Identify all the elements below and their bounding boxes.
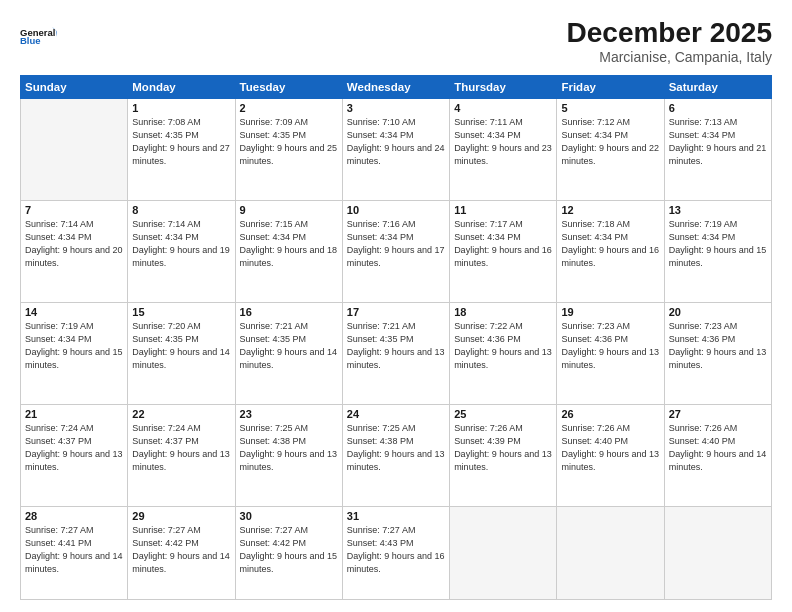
header-wednesday: Wednesday [342, 75, 449, 98]
week-row-2: 7 Sunrise: 7:14 AMSunset: 4:34 PMDayligh… [21, 200, 772, 302]
day-info: Sunrise: 7:14 AMSunset: 4:34 PMDaylight:… [132, 219, 230, 268]
day-cell-29: 29 Sunrise: 7:27 AMSunset: 4:42 PMDaylig… [128, 507, 235, 600]
day-info: Sunrise: 7:09 AMSunset: 4:35 PMDaylight:… [240, 117, 338, 166]
day-info: Sunrise: 7:08 AMSunset: 4:35 PMDaylight:… [132, 117, 230, 166]
day-cell-22: 22 Sunrise: 7:24 AMSunset: 4:37 PMDaylig… [128, 405, 235, 507]
day-number: 21 [25, 408, 123, 420]
day-cell-1: 1 Sunrise: 7:08 AMSunset: 4:35 PMDayligh… [128, 98, 235, 200]
day-number: 16 [240, 306, 338, 318]
day-info: Sunrise: 7:16 AMSunset: 4:34 PMDaylight:… [347, 219, 445, 268]
day-info: Sunrise: 7:20 AMSunset: 4:35 PMDaylight:… [132, 321, 230, 370]
empty-cell [557, 507, 664, 600]
day-info: Sunrise: 7:27 AMSunset: 4:42 PMDaylight:… [240, 525, 338, 574]
day-cell-20: 20 Sunrise: 7:23 AMSunset: 4:36 PMDaylig… [664, 302, 771, 404]
day-cell-6: 6 Sunrise: 7:13 AMSunset: 4:34 PMDayligh… [664, 98, 771, 200]
svg-text:Blue: Blue [20, 35, 41, 46]
day-number: 23 [240, 408, 338, 420]
day-info: Sunrise: 7:13 AMSunset: 4:34 PMDaylight:… [669, 117, 767, 166]
calendar: Sunday Monday Tuesday Wednesday Thursday… [20, 75, 772, 600]
day-number: 12 [561, 204, 659, 216]
day-info: Sunrise: 7:19 AMSunset: 4:34 PMDaylight:… [669, 219, 767, 268]
day-cell-31: 31 Sunrise: 7:27 AMSunset: 4:43 PMDaylig… [342, 507, 449, 600]
day-info: Sunrise: 7:17 AMSunset: 4:34 PMDaylight:… [454, 219, 552, 268]
day-info: Sunrise: 7:24 AMSunset: 4:37 PMDaylight:… [25, 423, 123, 472]
header-saturday: Saturday [664, 75, 771, 98]
weekday-header-row: Sunday Monday Tuesday Wednesday Thursday… [21, 75, 772, 98]
day-cell-13: 13 Sunrise: 7:19 AMSunset: 4:34 PMDaylig… [664, 200, 771, 302]
day-number: 4 [454, 102, 552, 114]
page: General Blue December 2025 Marcianise, C… [0, 0, 792, 612]
day-info: Sunrise: 7:12 AMSunset: 4:34 PMDaylight:… [561, 117, 659, 166]
day-cell-12: 12 Sunrise: 7:18 AMSunset: 4:34 PMDaylig… [557, 200, 664, 302]
day-info: Sunrise: 7:21 AMSunset: 4:35 PMDaylight:… [240, 321, 338, 370]
day-info: Sunrise: 7:25 AMSunset: 4:38 PMDaylight:… [240, 423, 338, 472]
day-cell-19: 19 Sunrise: 7:23 AMSunset: 4:36 PMDaylig… [557, 302, 664, 404]
day-cell-8: 8 Sunrise: 7:14 AMSunset: 4:34 PMDayligh… [128, 200, 235, 302]
day-info: Sunrise: 7:23 AMSunset: 4:36 PMDaylight:… [669, 321, 767, 370]
day-cell-17: 17 Sunrise: 7:21 AMSunset: 4:35 PMDaylig… [342, 302, 449, 404]
day-number: 20 [669, 306, 767, 318]
title-block: December 2025 Marcianise, Campania, Ital… [567, 18, 772, 65]
day-info: Sunrise: 7:27 AMSunset: 4:42 PMDaylight:… [132, 525, 230, 574]
day-info: Sunrise: 7:10 AMSunset: 4:34 PMDaylight:… [347, 117, 445, 166]
location: Marcianise, Campania, Italy [567, 49, 772, 65]
header-tuesday: Tuesday [235, 75, 342, 98]
empty-cell [664, 507, 771, 600]
day-number: 18 [454, 306, 552, 318]
day-number: 24 [347, 408, 445, 420]
day-info: Sunrise: 7:19 AMSunset: 4:34 PMDaylight:… [25, 321, 123, 370]
day-info: Sunrise: 7:26 AMSunset: 4:40 PMDaylight:… [561, 423, 659, 472]
day-info: Sunrise: 7:14 AMSunset: 4:34 PMDaylight:… [25, 219, 123, 268]
header-thursday: Thursday [450, 75, 557, 98]
empty-cell [450, 507, 557, 600]
day-cell-10: 10 Sunrise: 7:16 AMSunset: 4:34 PMDaylig… [342, 200, 449, 302]
empty-cell [21, 98, 128, 200]
logo: General Blue [20, 18, 58, 56]
week-row-4: 21 Sunrise: 7:24 AMSunset: 4:37 PMDaylig… [21, 405, 772, 507]
day-info: Sunrise: 7:15 AMSunset: 4:34 PMDaylight:… [240, 219, 338, 268]
day-number: 30 [240, 510, 338, 522]
day-cell-2: 2 Sunrise: 7:09 AMSunset: 4:35 PMDayligh… [235, 98, 342, 200]
day-number: 6 [669, 102, 767, 114]
day-number: 25 [454, 408, 552, 420]
day-number: 10 [347, 204, 445, 216]
header-sunday: Sunday [21, 75, 128, 98]
day-number: 9 [240, 204, 338, 216]
day-info: Sunrise: 7:23 AMSunset: 4:36 PMDaylight:… [561, 321, 659, 370]
day-info: Sunrise: 7:24 AMSunset: 4:37 PMDaylight:… [132, 423, 230, 472]
header: General Blue December 2025 Marcianise, C… [20, 18, 772, 65]
day-cell-24: 24 Sunrise: 7:25 AMSunset: 4:38 PMDaylig… [342, 405, 449, 507]
day-number: 8 [132, 204, 230, 216]
day-cell-9: 9 Sunrise: 7:15 AMSunset: 4:34 PMDayligh… [235, 200, 342, 302]
day-number: 5 [561, 102, 659, 114]
day-number: 27 [669, 408, 767, 420]
day-number: 29 [132, 510, 230, 522]
day-number: 19 [561, 306, 659, 318]
month-title: December 2025 [567, 18, 772, 49]
day-number: 7 [25, 204, 123, 216]
header-friday: Friday [557, 75, 664, 98]
day-number: 31 [347, 510, 445, 522]
day-cell-23: 23 Sunrise: 7:25 AMSunset: 4:38 PMDaylig… [235, 405, 342, 507]
day-number: 1 [132, 102, 230, 114]
day-number: 28 [25, 510, 123, 522]
day-number: 13 [669, 204, 767, 216]
day-cell-25: 25 Sunrise: 7:26 AMSunset: 4:39 PMDaylig… [450, 405, 557, 507]
day-info: Sunrise: 7:26 AMSunset: 4:40 PMDaylight:… [669, 423, 767, 472]
day-number: 22 [132, 408, 230, 420]
day-info: Sunrise: 7:18 AMSunset: 4:34 PMDaylight:… [561, 219, 659, 268]
day-cell-27: 27 Sunrise: 7:26 AMSunset: 4:40 PMDaylig… [664, 405, 771, 507]
day-info: Sunrise: 7:26 AMSunset: 4:39 PMDaylight:… [454, 423, 552, 472]
day-info: Sunrise: 7:27 AMSunset: 4:41 PMDaylight:… [25, 525, 123, 574]
day-number: 3 [347, 102, 445, 114]
day-number: 17 [347, 306, 445, 318]
day-cell-3: 3 Sunrise: 7:10 AMSunset: 4:34 PMDayligh… [342, 98, 449, 200]
day-info: Sunrise: 7:22 AMSunset: 4:36 PMDaylight:… [454, 321, 552, 370]
day-info: Sunrise: 7:21 AMSunset: 4:35 PMDaylight:… [347, 321, 445, 370]
day-number: 26 [561, 408, 659, 420]
day-cell-7: 7 Sunrise: 7:14 AMSunset: 4:34 PMDayligh… [21, 200, 128, 302]
week-row-5: 28 Sunrise: 7:27 AMSunset: 4:41 PMDaylig… [21, 507, 772, 600]
day-info: Sunrise: 7:25 AMSunset: 4:38 PMDaylight:… [347, 423, 445, 472]
logo-svg: General Blue [20, 18, 58, 56]
day-number: 11 [454, 204, 552, 216]
